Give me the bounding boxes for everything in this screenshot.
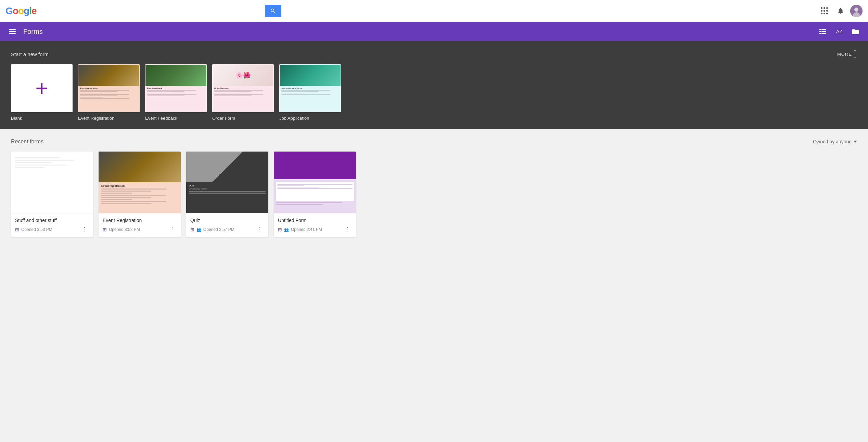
rc-preview-line (101, 188, 166, 190)
recent-thumbnail-stuff (11, 152, 93, 213)
dropdown-arrow-icon (854, 141, 857, 143)
search-button[interactable] (265, 5, 281, 17)
rc-preview-line (101, 197, 151, 198)
rc-untitled-line (277, 184, 353, 185)
recent-card-event-reg[interactable]: Event registration Event Registration (99, 152, 181, 237)
recent-card-meta-untitled: ⊞ 👥 Opened 2:41 PM ⋮ (278, 225, 352, 234)
rc-preview-line (101, 195, 166, 196)
forms-icon-small: ⊞ (15, 227, 19, 232)
preview-line (80, 94, 129, 95)
svg-rect-11 (821, 33, 826, 34)
notifications-icon[interactable] (834, 4, 847, 18)
google-logo[interactable]: Google (5, 5, 36, 16)
svg-rect-5 (9, 33, 16, 34)
template-preview-img-event-feedback (145, 65, 206, 86)
template-preview-job: Job application form (280, 65, 341, 112)
preview-line (147, 91, 184, 92)
search-input[interactable] (42, 5, 265, 17)
recent-section-header: Recent forms Owned by anyone (11, 139, 857, 145)
template-preview-img-job (280, 65, 341, 86)
svg-rect-3 (9, 29, 16, 30)
preview-title: Order Request (214, 87, 272, 89)
recent-thumbnail-quiz: Quiz What is your name? (186, 152, 268, 213)
recent-card-stuff[interactable]: Stuff and other stuff ⊞ Opened 3:53 PM ⋮ (11, 152, 93, 237)
rc-untitled-line-medium (277, 187, 319, 187)
svg-rect-6 (819, 29, 821, 30)
template-card-job-application[interactable]: Job application form Job Application (279, 64, 341, 121)
template-card-event-registration[interactable]: Event registration Event Registration (78, 64, 140, 121)
forms-title: Forms (23, 28, 816, 36)
svg-point-1 (854, 8, 858, 12)
template-preview-body-order: Order Request (213, 86, 273, 98)
sort-az-button[interactable]: AZ (832, 25, 846, 38)
google-bar: Google (0, 0, 868, 22)
preview-line (281, 93, 304, 93)
recent-card-meta-quiz: ⊞ 👥 Opened 2:57 PM ⋮ (190, 225, 264, 234)
recent-card-quiz[interactable]: Quiz What is your name? Quiz ⊞ 👥 Opened … (186, 152, 268, 237)
shared-icon-quiz: 👥 (196, 228, 201, 232)
quiz-text: Quiz (189, 184, 266, 187)
search-icon (270, 8, 276, 14)
rc-untitled-line-short (277, 185, 304, 186)
quiz-input-mock (189, 191, 266, 192)
recent-section: Recent forms Owned by anyone Stu (0, 129, 868, 247)
more-options-quiz[interactable]: ⋮ (255, 225, 264, 234)
shared-icon-untitled: 👥 (284, 228, 289, 232)
templates-section-title: Start a new form (11, 51, 49, 57)
template-thumbnail-blank: + (11, 64, 73, 112)
folder-svg-icon (852, 28, 860, 35)
owned-by-label: Owned by anyone (813, 139, 852, 144)
quiz-diagonal (186, 152, 268, 182)
menu-lines-icon (9, 29, 16, 34)
recent-card-meta-stuff: ⊞ Opened 3:53 PM ⋮ (15, 225, 89, 234)
more-button[interactable]: MORE ⌃⌄ (837, 49, 857, 59)
svg-rect-7 (821, 29, 826, 30)
recent-card-footer-stuff: Stuff and other stuff ⊞ Opened 3:53 PM ⋮ (11, 213, 93, 237)
rc-untitled-line-2 (277, 188, 353, 189)
rc-untitled-purple-top (274, 152, 356, 179)
recent-card-untitled[interactable]: Untitled Form ⊞ 👥 Opened 2:41 PM ⋮ (274, 152, 356, 237)
folder-icon[interactable] (849, 25, 863, 38)
more-options-untitled[interactable]: ⋮ (343, 225, 352, 234)
template-preview-img-event-reg (78, 65, 139, 86)
quiz-subtitle: What is your name? (189, 188, 266, 190)
recent-card-title-quiz: Quiz (190, 218, 264, 223)
preview-line (80, 98, 129, 99)
template-card-event-feedback[interactable]: Event feedback Event Feedback (145, 64, 207, 121)
template-card-order-form[interactable]: 🌸🌺 Order Request Order Form (212, 64, 274, 121)
preview-line (80, 95, 117, 96)
recent-card-info-untitled: ⊞ 👥 Opened 2:41 PM (278, 227, 322, 232)
user-avatar[interactable] (850, 5, 863, 17)
apps-icon[interactable] (817, 4, 831, 18)
template-label-blank: Blank (11, 116, 73, 121)
preview-line (80, 90, 129, 91)
preview-title: Event feedback (147, 87, 205, 89)
rc-event-reg-preview-body: Event registration (99, 182, 181, 207)
list-view-icon[interactable] (816, 25, 830, 38)
rc-preview-line (101, 199, 132, 200)
recent-card-footer-untitled: Untitled Form ⊞ 👥 Opened 2:41 PM ⋮ (274, 213, 356, 237)
rc-untitled-white-box (276, 182, 354, 201)
template-card-blank[interactable]: + Blank (11, 64, 73, 121)
forms-icon-small-3: ⊞ (190, 227, 194, 232)
recent-opened-text-untitled: Opened 2:41 PM (291, 227, 322, 232)
preview-line (80, 91, 117, 92)
template-thumbnail-event-feedback: Event feedback (145, 64, 207, 112)
hamburger-menu-icon[interactable] (5, 25, 19, 38)
recent-forms-grid: Stuff and other stuff ⊞ Opened 3:53 PM ⋮… (11, 152, 857, 237)
recent-opened-text-stuff: Opened 3:53 PM (21, 227, 52, 232)
template-preview-event-reg: Event registration (78, 65, 139, 112)
grid-dots (821, 7, 828, 14)
preview-line (214, 94, 263, 95)
recent-thumbnail-untitled (274, 152, 356, 213)
more-options-stuff[interactable]: ⋮ (80, 225, 89, 234)
template-preview-order: 🌸🌺 Order Request (213, 65, 273, 112)
recent-card-footer-event-reg: Event Registration ⊞ Opened 3:52 PM ⋮ (99, 213, 181, 237)
owned-by-filter[interactable]: Owned by anyone (813, 139, 857, 144)
more-options-event-reg[interactable]: ⋮ (168, 225, 177, 234)
preview-line (281, 91, 319, 92)
quiz-bottom: Quiz What is your name? (186, 182, 268, 213)
preview-line (214, 93, 237, 93)
recent-card-footer-quiz: Quiz ⊞ 👥 Opened 2:57 PM ⋮ (186, 213, 268, 237)
templates-section-header: Start a new form MORE ⌃⌄ (11, 49, 857, 59)
